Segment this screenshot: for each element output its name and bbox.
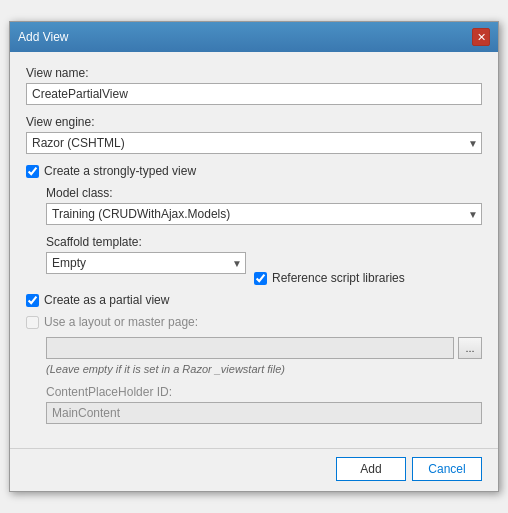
reference-scripts-label: Reference script libraries xyxy=(272,271,405,285)
scaffold-template-label: Scaffold template: xyxy=(46,235,482,249)
titlebar: Add View ✕ xyxy=(10,22,498,52)
view-engine-select[interactable]: Razor (CSHTML)ASPX xyxy=(26,132,482,154)
content-placeholder-section: ContentPlaceHolder ID: xyxy=(26,385,482,434)
dialog-footer: Add Cancel xyxy=(10,448,498,491)
add-view-dialog: Add View ✕ View name: View engine: Razor… xyxy=(9,21,499,492)
view-name-input[interactable] xyxy=(26,83,482,105)
strongly-typed-label: Create a strongly-typed view xyxy=(44,164,196,178)
scaffold-select-container: EmptyCreateDeleteDetailsEditList ▼ xyxy=(46,252,246,284)
layout-browse-row: ... xyxy=(46,337,482,359)
add-button[interactable]: Add xyxy=(336,457,406,481)
strongly-typed-checkbox[interactable] xyxy=(26,165,39,178)
view-engine-label: View engine: xyxy=(26,115,482,129)
model-class-select[interactable]: Training (CRUDWithAjax.Models) xyxy=(46,203,482,225)
dialog-title: Add View xyxy=(18,30,68,44)
reference-scripts-container: Reference script libraries xyxy=(254,252,482,285)
partial-view-row: Create as a partial view xyxy=(26,293,482,307)
view-engine-wrapper: Razor (CSHTML)ASPX ▼ xyxy=(26,132,482,154)
close-button[interactable]: ✕ xyxy=(472,28,490,46)
content-placeholder-label: ContentPlaceHolder ID: xyxy=(46,385,482,399)
hint-text: (Leave empty if it is set in a Razor _vi… xyxy=(26,363,482,375)
cancel-button[interactable]: Cancel xyxy=(412,457,482,481)
content-placeholder-input[interactable] xyxy=(46,402,482,424)
scaffold-template-select[interactable]: EmptyCreateDeleteDetailsEditList xyxy=(46,252,246,274)
scaffold-wrapper: EmptyCreateDeleteDetailsEditList ▼ xyxy=(46,252,246,274)
view-name-label: View name: xyxy=(26,66,482,80)
layout-path-input[interactable] xyxy=(46,337,454,359)
layout-row: Use a layout or master page: xyxy=(26,315,482,329)
scaffold-row: EmptyCreateDeleteDetailsEditList ▼ Refer… xyxy=(46,252,482,285)
strongly-typed-row: Create a strongly-typed view xyxy=(26,164,482,178)
reference-scripts-checkbox[interactable] xyxy=(254,272,267,285)
partial-view-checkbox[interactable] xyxy=(26,294,39,307)
layout-input-row: ... xyxy=(26,337,482,359)
model-class-label: Model class: xyxy=(46,186,482,200)
layout-label: Use a layout or master page: xyxy=(44,315,198,329)
browse-button[interactable]: ... xyxy=(458,337,482,359)
partial-view-label: Create as a partial view xyxy=(44,293,169,307)
layout-checkbox[interactable] xyxy=(26,316,39,329)
model-class-wrapper: Training (CRUDWithAjax.Models) ▼ xyxy=(46,203,482,225)
